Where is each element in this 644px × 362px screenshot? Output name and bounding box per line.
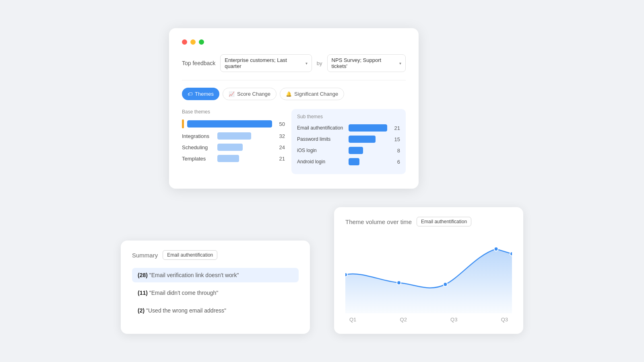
bar-container xyxy=(349,147,387,154)
filter1-dropdown[interactable]: Enterprise customers; Last quarter ▾ xyxy=(220,54,312,72)
list-item[interactable]: (2) "Used the wrong email address" xyxy=(132,303,299,318)
list-item[interactable]: (11) "Email didn't come through" xyxy=(132,286,299,300)
theme-label: Scheduling xyxy=(182,144,214,150)
summary-count: (28) xyxy=(138,272,148,278)
chart-header: Theme volume over time Email authentific… xyxy=(345,217,512,226)
table-row[interactable]: 50 xyxy=(182,119,285,128)
bar-fill xyxy=(217,132,251,140)
chevron-down-icon-2: ▾ xyxy=(399,61,401,66)
base-themes-section: Base themes 50 Integrations 32 xyxy=(182,109,285,174)
table-row[interactable]: Password limits 15 xyxy=(297,136,400,143)
bar-fill xyxy=(349,136,376,143)
sub-themes-section: Sub themes Email authentification 21 Pas… xyxy=(291,109,406,174)
summary-header: Summary Email authentification xyxy=(132,250,299,260)
bar-container xyxy=(217,144,272,151)
theme-count: 32 xyxy=(275,133,285,139)
chart-dot xyxy=(397,281,401,285)
table-row[interactable]: Email authentification 21 xyxy=(297,124,400,132)
summary-text: "Email didn't come through" xyxy=(149,290,218,296)
tab-score-change[interactable]: 📈 Score Change xyxy=(223,88,277,100)
summary-count: (11) xyxy=(138,290,148,296)
base-themes-title: Base themes xyxy=(182,109,285,115)
accent-marker xyxy=(182,119,184,128)
theme-label: Integrations xyxy=(182,133,214,139)
bar-fill xyxy=(349,124,387,132)
bar-container xyxy=(349,124,387,132)
filter1-value: Enterprise customers; Last quarter xyxy=(225,57,303,69)
table-row[interactable]: Android login 6 xyxy=(297,158,400,165)
chart-x-labels: Q1 Q2 Q3 Q3 xyxy=(345,317,512,323)
main-card: Top feedback Enterprise customers; Last … xyxy=(169,28,419,189)
theme-count: 15 xyxy=(390,136,400,142)
summary-text: "Used the wrong email address" xyxy=(146,307,226,314)
chart-area xyxy=(345,233,512,313)
table-row[interactable]: iOS login 8 xyxy=(297,147,400,154)
bar-container xyxy=(187,120,272,128)
bar-container xyxy=(217,155,272,162)
tab-row: 🏷 Themes 📈 Score Change 🔔 Significant Ch… xyxy=(182,88,406,100)
summary-text: "Email verification link doesn't work" xyxy=(149,272,239,278)
chart-dot xyxy=(443,282,447,286)
bell-icon: 🔔 xyxy=(286,91,292,97)
chart-card: Theme volume over time Email authentific… xyxy=(334,207,523,334)
list-item[interactable]: (28) "Email verification link doesn't wo… xyxy=(132,268,299,282)
theme-label: Templates xyxy=(182,156,214,162)
top-feedback-label: Top feedback xyxy=(182,60,215,66)
tab-themes-label: Themes xyxy=(195,91,214,97)
chart-dot xyxy=(345,273,347,277)
sub-theme-label: Password limits xyxy=(297,136,345,142)
filter2-dropdown[interactable]: NPS Survey; Support tickets' ▾ xyxy=(327,54,406,72)
top-feedback-row: Top feedback Enterprise customers; Last … xyxy=(182,54,406,72)
table-row[interactable]: Scheduling 24 xyxy=(182,144,285,151)
chart-badge: Email authentification xyxy=(417,217,471,226)
sub-theme-label: Android login xyxy=(297,159,345,165)
bar-fill xyxy=(349,147,363,154)
chart-x-label: Q2 xyxy=(400,317,407,323)
tab-significant-label: Significant Change xyxy=(294,91,338,97)
summary-title: Summary xyxy=(132,252,158,259)
chart-dot xyxy=(494,247,498,251)
chart-icon: 📈 xyxy=(229,91,235,97)
close-button[interactable] xyxy=(182,39,187,45)
bar-container xyxy=(349,136,387,143)
table-area: Base themes 50 Integrations 32 xyxy=(182,109,406,174)
theme-count: 21 xyxy=(275,156,285,162)
sub-themes-title: Sub themes xyxy=(297,114,400,119)
bar-fill xyxy=(349,158,359,165)
summary-count: (2) xyxy=(138,307,144,314)
theme-count: 21 xyxy=(390,125,400,131)
chart-x-label: Q3 xyxy=(450,317,457,323)
table-row[interactable]: Templates 21 xyxy=(182,155,285,162)
tab-themes[interactable]: 🏷 Themes xyxy=(182,88,219,100)
bar-fill xyxy=(187,120,272,128)
by-label: by xyxy=(317,60,322,66)
chart-svg xyxy=(345,233,512,313)
chart-title: Theme volume over time xyxy=(345,218,412,225)
theme-count: 8 xyxy=(390,148,400,154)
bar-container xyxy=(217,132,272,140)
maximize-button[interactable] xyxy=(199,39,204,45)
bar-fill xyxy=(217,144,243,151)
theme-count: 24 xyxy=(275,144,285,150)
chart-dot xyxy=(510,252,512,256)
scene: Top feedback Enterprise customers; Last … xyxy=(121,28,523,334)
tab-significant-change[interactable]: 🔔 Significant Change xyxy=(280,88,344,100)
tag-icon: 🏷 xyxy=(188,91,192,97)
sub-theme-label: Email authentification xyxy=(297,125,345,131)
chart-x-label: Q1 xyxy=(349,317,356,323)
window-controls xyxy=(182,39,406,45)
tab-score-label: Score Change xyxy=(237,91,270,97)
chart-fill xyxy=(345,249,512,313)
summary-card: Summary Email authentification (28) "Ema… xyxy=(121,241,310,334)
theme-count: 50 xyxy=(275,121,285,127)
divider xyxy=(182,80,406,80)
filter2-value: NPS Survey; Support tickets' xyxy=(332,57,397,69)
minimize-button[interactable] xyxy=(190,39,196,45)
table-row[interactable]: Integrations 32 xyxy=(182,132,285,140)
chart-x-label: Q3 xyxy=(501,317,508,323)
summary-badge: Email authentification xyxy=(163,250,217,260)
bar-fill xyxy=(217,155,239,162)
sub-theme-label: iOS login xyxy=(297,148,345,153)
theme-count: 6 xyxy=(390,159,400,165)
bar-container xyxy=(349,158,387,165)
